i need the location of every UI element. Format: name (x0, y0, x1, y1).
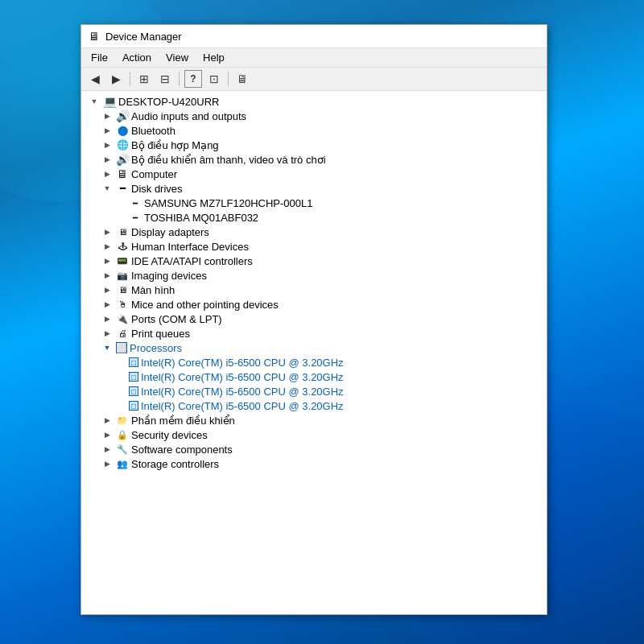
window-title: Device Manager (105, 31, 182, 43)
cpu4-label: Intel(R) Core(TM) i5-6500 CPU @ 3.20GHz (141, 400, 547, 412)
cpu4-icon: □ (129, 401, 138, 411)
toolbar-btn-grid3[interactable]: ⊡ (205, 70, 223, 88)
tree-item-network[interactable]: ▶ 🌐 Bộ điều hợp Mạng (81, 138, 547, 152)
storage-expander[interactable]: ▶ (101, 457, 114, 470)
tree-view: ▼ 💻 DESKTOP-U420URR ▶ 🔊 Audio inputs and… (81, 91, 547, 614)
ide-expander[interactable]: ▶ (101, 254, 114, 267)
disk-expander[interactable]: ▼ (101, 182, 114, 195)
tree-item-toshiba[interactable]: ━ TOSHIBA MQ01ABF032 (81, 210, 547, 225)
menu-file[interactable]: File (85, 50, 114, 65)
security-icon: 🔒 (116, 428, 129, 441)
imaging-expander[interactable]: ▶ (101, 269, 114, 282)
processors-expander[interactable]: ▼ (101, 341, 114, 354)
toolbar-btn-help[interactable]: ? (184, 70, 202, 88)
audio-label: Audio inputs and outputs (131, 110, 547, 122)
network-expander[interactable]: ▶ (101, 138, 114, 151)
forward-button[interactable]: ▶ (107, 70, 125, 88)
toolbar-btn-grid1[interactable]: ⊞ (135, 70, 153, 88)
monitor-expander[interactable]: ▶ (101, 283, 114, 296)
tree-item-mice[interactable]: ▶ 🖱 Mice and other pointing devices (81, 297, 547, 312)
tree-item-imaging[interactable]: ▶ 📷 Imaging devices (81, 268, 547, 283)
tree-item-ports[interactable]: ▶ 🔌 Ports (COM & LPT) (81, 312, 547, 326)
disk-icon: ━ (116, 182, 129, 195)
software-comp-expander[interactable]: ▶ (101, 443, 114, 456)
ports-icon: 🔌 (116, 312, 129, 325)
hid-expander[interactable]: ▶ (101, 240, 114, 253)
root-expander[interactable]: ▼ (88, 95, 101, 108)
tree-item-storage[interactable]: ▶ 👥 Storage controllers (81, 456, 547, 471)
audio-expander[interactable]: ▶ (101, 109, 114, 122)
ports-expander[interactable]: ▶ (101, 312, 114, 325)
mice-expander[interactable]: ▶ (101, 298, 114, 311)
tree-item-cpu2[interactable]: □ Intel(R) Core(TM) i5-6500 CPU @ 3.20GH… (81, 369, 547, 384)
print-icon: 🖨 (116, 327, 129, 340)
tree-item-cpu4[interactable]: □ Intel(R) Core(TM) i5-6500 CPU @ 3.20GH… (81, 398, 547, 413)
toolbar-btn-monitor[interactable]: 🖥 (233, 70, 251, 88)
toolbar: ◀ ▶ ⊞ ⊟ ? ⊡ 🖥 (81, 68, 547, 91)
security-label: Security devices (131, 429, 547, 441)
monitor-icon: 🖥 (116, 283, 129, 296)
window-icon: 🖥 (88, 30, 101, 43)
tree-item-software-ctrl[interactable]: ▶ 📁 Phần mềm điều khiển (81, 413, 547, 427)
tree-item-disk[interactable]: ▼ ━ Disk drives (81, 181, 547, 196)
tree-item-hid[interactable]: ▶ 🕹 Human Interface Devices (81, 239, 547, 254)
menu-help[interactable]: Help (196, 50, 231, 65)
processors-icon: ⬜ (116, 342, 127, 353)
tree-item-processors[interactable]: ▼ ⬜ Processors (81, 341, 547, 355)
bluetooth-icon: ⬤ (116, 124, 129, 137)
tree-item-computer[interactable]: ▶ 🖥 Computer (81, 167, 547, 181)
tree-item-display[interactable]: ▶ 🖥 Display adapters (81, 225, 547, 239)
toolbar-separator3 (228, 72, 229, 86)
computer-label: Computer (131, 168, 547, 180)
tree-item-security[interactable]: ▶ 🔒 Security devices (81, 427, 547, 442)
device-manager-window: 🖥 Device Manager File Action View Help ◀… (80, 24, 547, 615)
ide-label: IDE ATA/ATAPI controllers (131, 255, 547, 267)
root-label: DESKTOP-U420URR (118, 96, 547, 108)
tree-item-cpu3[interactable]: □ Intel(R) Core(TM) i5-6500 CPU @ 3.20GH… (81, 384, 547, 398)
menu-view[interactable]: View (159, 50, 195, 65)
tree-item-samsung[interactable]: ━ SAMSUNG MZ7LF120HCHP-000L1 (81, 196, 547, 210)
back-button[interactable]: ◀ (86, 70, 104, 88)
network-icon: 🌐 (116, 138, 129, 151)
mice-label: Mice and other pointing devices (131, 299, 547, 311)
bluetooth-expander[interactable]: ▶ (101, 124, 114, 137)
software-comp-icon: 🔧 (116, 443, 129, 456)
cpu3-icon: □ (129, 386, 138, 396)
toolbar-btn-grid2[interactable]: ⊟ (156, 70, 174, 88)
tree-item-audio[interactable]: ▶ 🔊 Audio inputs and outputs (81, 109, 547, 123)
menu-action[interactable]: Action (116, 50, 158, 65)
bluetooth-label: Bluetooth (131, 125, 547, 137)
toshiba-label: TOSHIBA MQ01ABF032 (144, 212, 547, 224)
ports-label: Ports (COM & LPT) (131, 313, 547, 325)
display-icon: 🖥 (116, 225, 129, 238)
software-comp-label: Software components (131, 444, 547, 456)
toshiba-icon: ━ (129, 211, 142, 224)
hid-label: Human Interface Devices (131, 241, 547, 253)
audio-ctrl-icon: 🔊 (116, 153, 129, 166)
security-expander[interactable]: ▶ (101, 428, 114, 441)
cpu1-label: Intel(R) Core(TM) i5-6500 CPU @ 3.20GHz (141, 357, 547, 369)
tree-item-bluetooth[interactable]: ▶ ⬤ Bluetooth (81, 123, 547, 138)
tree-item-monitor[interactable]: ▶ 🖥 Màn hình (81, 283, 547, 297)
tree-item-audio-ctrl[interactable]: ▶ 🔊 Bộ điều khiển âm thanh, video và trò… (81, 152, 547, 167)
computer-expander[interactable]: ▶ (101, 167, 114, 180)
tree-item-software-comp[interactable]: ▶ 🔧 Software components (81, 442, 547, 456)
tree-item-print[interactable]: ▶ 🖨 Print queues (81, 326, 547, 341)
tree-item-cpu1[interactable]: □ Intel(R) Core(TM) i5-6500 CPU @ 3.20GH… (81, 355, 547, 369)
audio-ctrl-expander[interactable]: ▶ (101, 153, 114, 166)
samsung-label: SAMSUNG MZ7LF120HCHP-000L1 (144, 197, 547, 209)
display-expander[interactable]: ▶ (101, 225, 114, 238)
samsung-icon: ━ (129, 196, 142, 209)
print-expander[interactable]: ▶ (101, 327, 114, 340)
print-label: Print queues (131, 328, 547, 340)
ide-icon: 📟 (116, 254, 129, 267)
monitor-label: Màn hình (131, 284, 547, 296)
tree-root[interactable]: ▼ 💻 DESKTOP-U420URR (81, 94, 547, 109)
toolbar-separator (130, 72, 130, 86)
display-label: Display adapters (131, 226, 547, 238)
storage-label: Storage controllers (131, 458, 547, 470)
storage-icon: 👥 (116, 457, 129, 470)
software-ctrl-expander[interactable]: ▶ (101, 414, 114, 427)
tree-item-ide[interactable]: ▶ 📟 IDE ATA/ATAPI controllers (81, 254, 547, 268)
imaging-icon: 📷 (116, 269, 129, 282)
